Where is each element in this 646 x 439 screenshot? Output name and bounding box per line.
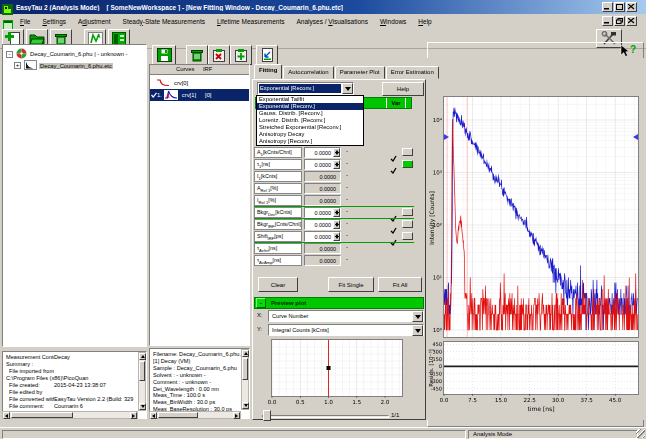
summary-vscrollbar[interactable] — [138, 352, 146, 411]
scroll-down-icon[interactable] — [242, 402, 249, 409]
tree-child-label[interactable]: Decay_Coumarin_6.phu.etc — [39, 63, 113, 69]
decay-plot-canvas[interactable] — [427, 58, 644, 420]
model-option-1[interactable]: Exponential [Reconv.] — [257, 103, 363, 110]
export-report-button[interactable] — [256, 45, 278, 65]
child-minimize-button[interactable] — [602, 16, 613, 26]
curve-row-1[interactable]: 1. crv[1] [0] — [150, 89, 249, 101]
model-option-3[interactable]: Lorentz. Distrib. [Reconv.] — [257, 117, 363, 124]
param-row-4: IRel 1[%]0.0000- — [254, 195, 414, 207]
param-row-3: ARel 1[%]0.0000- — [254, 183, 414, 195]
param-value-input[interactable]: 0.0000 — [304, 219, 341, 230]
curve-name[interactable]: crv[1] — [182, 92, 196, 98]
tab-fitting[interactable]: Fitting — [254, 64, 282, 79]
model-option-6[interactable]: Anisotropy [Reconv.] — [257, 138, 363, 145]
clear-button[interactable]: Clear — [258, 277, 298, 292]
close-button[interactable] — [626, 2, 637, 12]
scroll-left-icon[interactable] — [3, 412, 10, 419]
preview-y-combobox[interactable]: Integral Counts [kCnts] — [268, 324, 424, 336]
model-option-0[interactable]: Exponential Tailfit — [257, 96, 363, 103]
menu-windows[interactable]: Windows — [374, 17, 412, 26]
curve-slider[interactable] — [262, 415, 389, 418]
delete-curve-button[interactable] — [186, 45, 208, 65]
summary-hscrollbar[interactable] — [2, 411, 138, 419]
expand-box-icon[interactable]: + — [14, 62, 21, 69]
scroll-thumb[interactable] — [158, 412, 198, 418]
slider-thumb[interactable] — [263, 410, 271, 421]
combo-dropdown-icon[interactable] — [342, 83, 353, 94]
curve-row-0[interactable]: crv[0] — [150, 77, 249, 88]
remove-from-clipboard-button[interactable] — [208, 45, 230, 65]
combo-dropdown-icon[interactable] — [412, 325, 423, 336]
child-close-button[interactable] — [626, 16, 637, 26]
menu-adjustment[interactable]: Adjustment — [72, 17, 117, 26]
fileinfo-vscrollbar[interactable] — [241, 349, 249, 410]
preview-plot-canvas[interactable] — [262, 338, 408, 406]
param-label: BkgrDec[kCnts] — [254, 207, 302, 218]
menu-settings[interactable]: Settings — [37, 17, 73, 26]
param-error: - — [346, 244, 348, 250]
measurement-summary-box: Measurement Context:DecaySummary :File i… — [2, 351, 147, 419]
param-link-button[interactable] — [402, 208, 413, 216]
spinner-icon[interactable] — [333, 160, 340, 169]
minimize-button[interactable] — [602, 2, 613, 12]
collapse-box-icon[interactable]: - — [6, 51, 13, 58]
spinner-icon[interactable] — [333, 232, 340, 241]
summary-line: File comment:Coumarin 6 — [6, 403, 136, 410]
spinner-icon[interactable] — [333, 148, 340, 157]
spinner-icon[interactable] — [333, 220, 340, 229]
file-info-line: Meas_BinWidth : 30.0 ps — [153, 399, 241, 406]
scroll-thumb[interactable] — [11, 412, 73, 418]
menu-analyses-visualisations[interactable]: Analyses / Visualisations — [291, 17, 374, 26]
scroll-up-icon[interactable] — [242, 350, 249, 357]
add-to-clipboard-button[interactable] — [230, 45, 252, 65]
fit-model-dropdown-list: Exponential TailfitExponential [Reconv.]… — [256, 95, 364, 146]
collapse-icon[interactable]: - — [256, 298, 266, 308]
param-link-button[interactable] — [402, 220, 413, 228]
model-option-5[interactable]: Anisotropy Decay — [257, 131, 363, 138]
param-value-input[interactable]: 0.0000 — [304, 147, 341, 158]
red-curve-icon — [156, 78, 170, 88]
param-value-input[interactable]: 0.0000 — [304, 159, 341, 170]
combo-dropdown-icon[interactable] — [412, 311, 423, 322]
param-value-readonly: 0.0000 — [304, 195, 341, 206]
fitting-tabs: Fitting Autocorrelation Parameter Plot E… — [254, 64, 440, 79]
tree-root-label[interactable]: Decay_Coumarin_6.phu | - unknown - — [29, 51, 129, 57]
tree-root-item[interactable]: - Decay_Coumarin_6.phu | - unknown - — [6, 48, 129, 60]
tab-parameter-plot[interactable]: Parameter Plot — [335, 66, 385, 79]
curve-name[interactable]: crv[0] — [174, 80, 188, 86]
model-option-2[interactable]: Gauss. Distrib. [Reconv.] — [257, 110, 363, 117]
scroll-right-icon[interactable] — [233, 412, 240, 419]
menu-file[interactable]: File — [14, 17, 37, 26]
menu-steady-state-measurements[interactable]: Steady-State Measurements — [117, 17, 211, 26]
scroll-up-icon[interactable] — [139, 353, 146, 360]
menu-help[interactable]: Help — [412, 17, 437, 26]
fit-single-button[interactable]: Fit Single — [328, 277, 374, 292]
scroll-thumb[interactable] — [139, 361, 145, 381]
menu-lifetime-measurements[interactable]: Lifetime Measurements — [211, 17, 291, 26]
model-option-4[interactable]: Stretched Exponential [Reconv.] — [257, 124, 363, 131]
tree-child-item[interactable]: + Decay_Coumarin_6.phu.etc — [14, 60, 113, 71]
param-label: A1[kCnts/Chnl] — [254, 147, 302, 158]
scroll-right-icon[interactable] — [130, 412, 137, 419]
save-curve-button[interactable] — [152, 45, 176, 65]
param-link-button[interactable] — [402, 160, 413, 168]
scroll-left-icon[interactable] — [150, 412, 157, 419]
tab-error-estimation[interactable]: Error Estimation — [386, 66, 439, 79]
help-question-icon: ? — [630, 44, 636, 56]
spinner-icon[interactable] — [333, 208, 340, 217]
param-value-input[interactable]: 0.0000 — [304, 207, 341, 218]
param-link-button[interactable] — [402, 232, 413, 240]
fit-model-combobox[interactable]: Exponential [Reconv.] — [257, 82, 354, 95]
maximize-button[interactable] — [614, 2, 625, 12]
child-restore-button[interactable] — [614, 16, 625, 26]
scroll-thumb[interactable] — [242, 358, 248, 380]
tab-autocorrelation[interactable]: Autocorrelation — [283, 66, 333, 79]
fit-all-button[interactable]: Fit All — [378, 277, 422, 292]
fileinfo-hscrollbar[interactable] — [149, 411, 241, 419]
param-value-input[interactable]: 0.0000 — [304, 231, 341, 242]
param-link-button[interactable] — [402, 148, 413, 156]
help-button[interactable]: Help — [382, 82, 424, 96]
scroll-down-icon[interactable] — [139, 403, 146, 410]
resize-grip[interactable] — [636, 429, 645, 438]
preview-x-combobox[interactable]: Curve Number — [268, 310, 424, 322]
